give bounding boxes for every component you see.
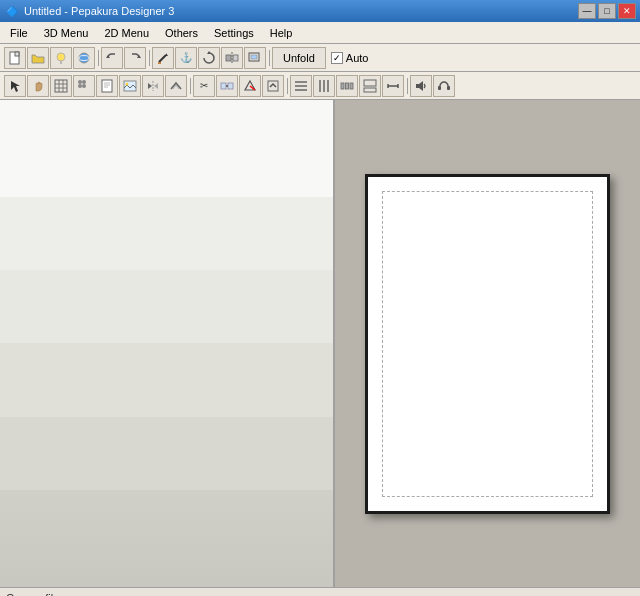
svg-rect-12 xyxy=(226,55,231,61)
svg-point-25 xyxy=(82,84,86,88)
svg-rect-48 xyxy=(364,80,376,86)
undo-button[interactable] xyxy=(101,47,123,69)
paint-tool[interactable] xyxy=(152,47,174,69)
headset-btn[interactable] xyxy=(433,75,455,97)
minimize-button[interactable]: — xyxy=(578,3,596,19)
separator-3 xyxy=(267,47,271,69)
menu-2d[interactable]: 2D Menu xyxy=(96,22,157,43)
svg-rect-1 xyxy=(15,52,19,56)
separator-4 xyxy=(188,75,192,97)
open-button[interactable] xyxy=(27,47,49,69)
new-button[interactable] xyxy=(4,47,26,69)
menu-3d[interactable]: 3D Menu xyxy=(36,22,97,43)
mirror-btn[interactable] xyxy=(142,75,164,97)
svg-rect-55 xyxy=(447,86,450,90)
layout-btn[interactable] xyxy=(359,75,381,97)
menu-help[interactable]: Help xyxy=(262,22,301,43)
scissors-btn[interactable]: ✂ xyxy=(193,75,215,97)
toggle-light[interactable] xyxy=(50,47,72,69)
edge-btn[interactable] xyxy=(239,75,261,97)
auto-label: Auto xyxy=(346,52,369,64)
svg-point-23 xyxy=(82,80,86,84)
paper-margin-guide xyxy=(382,191,593,497)
svg-rect-54 xyxy=(438,86,441,90)
menu-others[interactable]: Others xyxy=(157,22,206,43)
status-message: Open a file. xyxy=(6,592,62,597)
svg-line-8 xyxy=(159,55,166,62)
menu-file[interactable]: File xyxy=(2,22,36,43)
3d-view-panel[interactable] xyxy=(0,100,335,587)
anchor-tool[interactable]: ⚓ xyxy=(175,47,197,69)
main-area xyxy=(0,100,640,587)
hand-tool[interactable] xyxy=(27,75,49,97)
svg-rect-17 xyxy=(55,80,67,92)
svg-rect-10 xyxy=(158,62,161,64)
flip-tool[interactable] xyxy=(221,47,243,69)
svg-rect-47 xyxy=(350,83,353,89)
status-bar: Open a file. xyxy=(0,587,640,596)
toggle-texture[interactable] xyxy=(73,47,95,69)
toolbar-main: ⚓ Unfold ✓ Auto xyxy=(0,44,640,72)
unfold-button[interactable]: Unfold xyxy=(272,47,326,69)
redo-button[interactable] xyxy=(124,47,146,69)
close-button[interactable]: ✕ xyxy=(618,3,636,19)
svg-rect-45 xyxy=(341,83,344,89)
fold-up-btn[interactable] xyxy=(262,75,284,97)
svg-rect-26 xyxy=(102,80,112,92)
menu-settings[interactable]: Settings xyxy=(206,22,262,43)
svg-rect-33 xyxy=(221,83,226,89)
image-btn[interactable] xyxy=(119,75,141,97)
separator-5 xyxy=(285,75,289,97)
svg-marker-9 xyxy=(166,53,168,56)
distribute-btn[interactable] xyxy=(336,75,358,97)
paper-sheet xyxy=(365,174,610,514)
grid-tool[interactable] xyxy=(50,75,72,97)
auto-checkbox[interactable]: ✓ xyxy=(331,52,343,64)
svg-rect-49 xyxy=(364,88,376,92)
auto-checkbox-group: ✓ Auto xyxy=(327,52,373,64)
svg-rect-16 xyxy=(251,55,257,59)
title-text: Untitled - Pepakura Designer 3 xyxy=(24,5,578,17)
menu-bar: File 3D Menu 2D Menu Others Settings Hel… xyxy=(0,22,640,44)
svg-rect-34 xyxy=(228,83,233,89)
rotate-tool[interactable] xyxy=(198,47,220,69)
toolbar-secondary: ✂ xyxy=(0,72,640,100)
svg-rect-46 xyxy=(346,83,349,89)
separator-1 xyxy=(96,47,100,69)
svg-point-4 xyxy=(79,53,89,63)
svg-point-2 xyxy=(57,53,65,61)
align-cols-btn[interactable] xyxy=(313,75,335,97)
svg-rect-38 xyxy=(268,81,278,91)
align-rows-btn[interactable] xyxy=(290,75,312,97)
svg-rect-13 xyxy=(233,55,238,61)
svg-point-31 xyxy=(126,82,129,85)
svg-point-24 xyxy=(78,84,82,88)
join-btn[interactable] xyxy=(216,75,238,97)
window-controls: — □ ✕ xyxy=(578,3,636,19)
measure-btn[interactable] xyxy=(382,75,404,97)
fold-btn[interactable] xyxy=(165,75,187,97)
zoom-button[interactable] xyxy=(244,47,266,69)
app-icon: 🔷 xyxy=(4,3,20,19)
title-bar: 🔷 Untitled - Pepakura Designer 3 — □ ✕ xyxy=(0,0,640,22)
select-tool[interactable] xyxy=(4,75,26,97)
pattern-tool[interactable] xyxy=(73,75,95,97)
speaker-btn[interactable] xyxy=(410,75,432,97)
svg-point-22 xyxy=(78,80,82,84)
separator-2 xyxy=(147,47,151,69)
page-btn[interactable] xyxy=(96,75,118,97)
maximize-button[interactable]: □ xyxy=(598,3,616,19)
2d-view-panel[interactable] xyxy=(335,100,640,587)
svg-marker-53 xyxy=(416,81,423,91)
separator-6 xyxy=(405,75,409,97)
